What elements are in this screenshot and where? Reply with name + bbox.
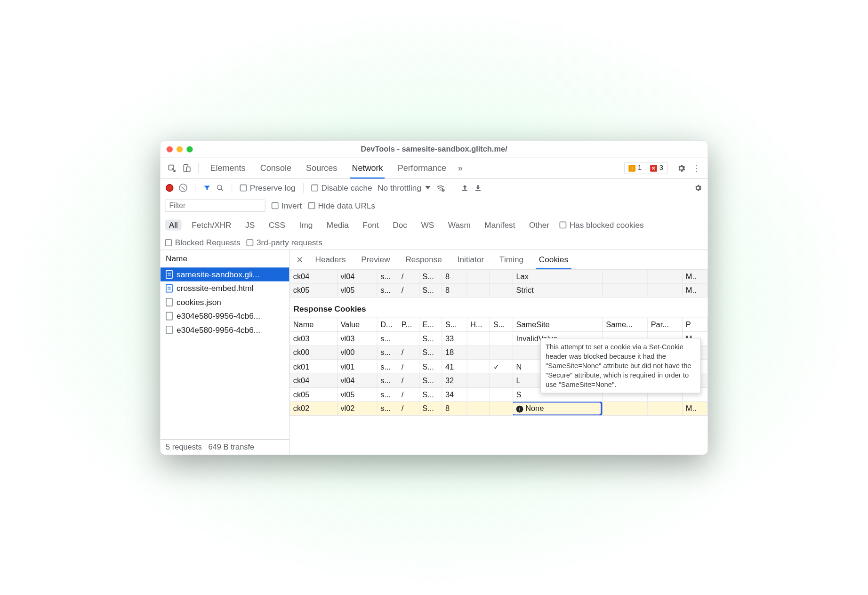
tab-console[interactable]: Console <box>254 158 297 178</box>
dtab-preview[interactable]: Preview <box>354 250 397 269</box>
has-blocked-cookies-checkbox[interactable]: Has blocked cookies <box>559 220 643 230</box>
tab-more[interactable]: » <box>455 158 466 178</box>
dtab-initiator[interactable]: Initiator <box>450 250 491 269</box>
error-icon: ✕ <box>650 164 657 171</box>
type-manifest[interactable]: Manifest <box>481 219 519 230</box>
cell: ck04 <box>290 374 338 388</box>
cell: S... <box>419 402 442 416</box>
cell: M.. <box>683 402 707 416</box>
info-icon: i <box>516 405 523 412</box>
col-sameparty[interactable]: Same... <box>603 318 647 332</box>
upload-har-icon[interactable] <box>461 184 468 191</box>
invert-checkbox[interactable]: Invert <box>272 201 302 210</box>
table-row[interactable]: ck04vl04s.../S...8LaxM.. <box>290 269 707 283</box>
dtab-cookies[interactable]: Cookies <box>532 250 575 269</box>
error-count-badge[interactable]: ✕3 <box>647 163 667 173</box>
download-har-icon[interactable] <box>474 184 482 191</box>
network-settings-gear-icon[interactable] <box>694 183 702 192</box>
minimize-window-button[interactable] <box>177 146 183 152</box>
type-wasm[interactable]: Wasm <box>444 219 474 230</box>
cell: 8 <box>442 283 467 298</box>
type-font[interactable]: Font <box>359 219 383 230</box>
cell <box>648 402 683 416</box>
tab-sources[interactable]: Sources <box>300 158 343 178</box>
table-header-row[interactable]: Name Value D... P... E... S... H... S...… <box>290 318 707 332</box>
issues-badges[interactable]: !1 ✕3 <box>624 162 667 174</box>
request-row[interactable]: e304e580-9956-4cb6... <box>161 323 289 337</box>
settings-gear-icon[interactable] <box>675 161 688 174</box>
type-doc[interactable]: Doc <box>389 219 411 230</box>
filter-toggle-icon[interactable] <box>203 184 211 191</box>
request-row[interactable]: samesite-sandbox.gli... <box>161 267 289 281</box>
type-img[interactable]: Img <box>295 219 316 230</box>
device-mode-icon[interactable] <box>180 161 193 174</box>
detail-panel: × Headers Preview Response Initiator Tim… <box>289 250 707 455</box>
close-detail-icon[interactable]: × <box>293 254 307 264</box>
request-row[interactable]: crosssite-embed.html <box>161 281 289 295</box>
svg-rect-2 <box>186 166 190 171</box>
request-row[interactable]: cookies.json <box>161 295 289 309</box>
file-icon <box>166 270 173 278</box>
disable-cache-checkbox[interactable]: Disable cache <box>311 183 372 192</box>
hide-data-urls-checkbox[interactable]: Hide data URLs <box>308 201 375 210</box>
throttling-select[interactable]: No throttling <box>378 183 431 192</box>
zoom-window-button[interactable] <box>186 146 193 152</box>
col-httponly[interactable]: H... <box>467 318 490 332</box>
divider <box>195 183 195 193</box>
request-label: crosssite-embed.html <box>177 283 254 293</box>
preserve-log-checkbox[interactable]: Preserve log <box>240 183 296 192</box>
cell: vl05 <box>337 283 377 298</box>
inspect-element-icon[interactable] <box>166 161 178 174</box>
cell: s... <box>377 402 398 416</box>
col-size[interactable]: S... <box>442 318 467 332</box>
type-media[interactable]: Media <box>323 219 353 230</box>
cell: / <box>398 387 419 402</box>
cell <box>490 331 513 346</box>
divider <box>453 183 453 193</box>
tab-elements[interactable]: Elements <box>204 158 251 178</box>
type-ws[interactable]: WS <box>417 219 438 230</box>
dtab-timing[interactable]: Timing <box>492 250 530 269</box>
tab-performance[interactable]: Performance <box>392 158 453 178</box>
cell: ck04 <box>290 269 338 283</box>
col-path[interactable]: P... <box>398 318 419 332</box>
col-priority[interactable]: P <box>683 318 707 332</box>
col-expires[interactable]: E... <box>419 318 442 332</box>
type-js[interactable]: JS <box>241 219 259 230</box>
requests-header[interactable]: Name <box>161 250 289 267</box>
cell <box>603 269 647 283</box>
type-css[interactable]: CSS <box>265 219 289 230</box>
tab-network[interactable]: Network <box>346 158 389 178</box>
col-partitionkey[interactable]: Par... <box>648 318 683 332</box>
clear-button[interactable] <box>179 183 187 192</box>
record-button[interactable] <box>166 184 173 191</box>
network-conditions-icon[interactable] <box>436 184 445 191</box>
col-samesite[interactable]: SameSite <box>513 318 603 332</box>
type-fetch[interactable]: Fetch/XHR <box>188 219 235 230</box>
svg-point-3 <box>217 185 222 189</box>
throttling-value: No throttling <box>378 183 421 192</box>
request-row[interactable]: e304e580-9956-4cb6... <box>161 309 289 323</box>
col-secure[interactable]: S... <box>490 318 513 332</box>
col-value[interactable]: Value <box>337 318 377 332</box>
cell: S... <box>419 359 442 373</box>
kebab-menu-icon[interactable]: ⋮ <box>690 161 702 174</box>
blocked-requests-checkbox[interactable]: Blocked Requests <box>165 238 240 247</box>
close-window-button[interactable] <box>167 146 173 152</box>
cell: 8 <box>442 269 467 283</box>
request-label: e304e580-9956-4cb6... <box>177 325 260 335</box>
table-row[interactable]: ck05vl05s.../S...8StrictM.. <box>290 283 707 298</box>
cell: / <box>398 359 419 373</box>
third-party-checkbox[interactable]: 3rd-party requests <box>247 238 322 247</box>
type-other[interactable]: Other <box>525 219 553 230</box>
dtab-response[interactable]: Response <box>399 250 449 269</box>
type-all[interactable]: All <box>165 219 182 230</box>
filter-input[interactable] <box>165 199 265 211</box>
col-domain[interactable]: D... <box>377 318 398 332</box>
col-name[interactable]: Name <box>290 318 338 332</box>
search-icon[interactable] <box>217 184 224 191</box>
warning-count-badge[interactable]: !1 <box>626 163 645 173</box>
request-label: samesite-sandbox.gli... <box>177 270 259 279</box>
table-row[interactable]: ck02vl02s.../S...8iNoneM.. <box>290 402 707 416</box>
dtab-headers[interactable]: Headers <box>308 250 353 269</box>
